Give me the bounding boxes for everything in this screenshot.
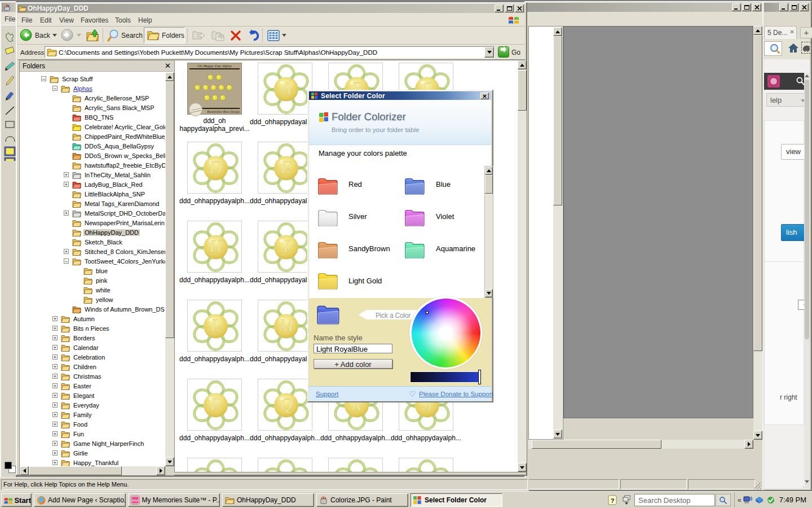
- svg-text:M: M: [278, 315, 295, 335]
- svg-text:D: D: [209, 157, 222, 177]
- svg-text:mv: mv: [133, 498, 138, 503]
- svg-text:P: P: [210, 394, 222, 414]
- svg-text:Q: Q: [280, 394, 293, 414]
- svg-text:E: E: [280, 157, 292, 177]
- svg-text:L: L: [210, 315, 221, 335]
- svg-text:I: I: [283, 236, 290, 256]
- svg-text:?: ?: [611, 497, 615, 503]
- svg-text:H: H: [209, 236, 223, 256]
- svg-text:A: A: [280, 78, 292, 98]
